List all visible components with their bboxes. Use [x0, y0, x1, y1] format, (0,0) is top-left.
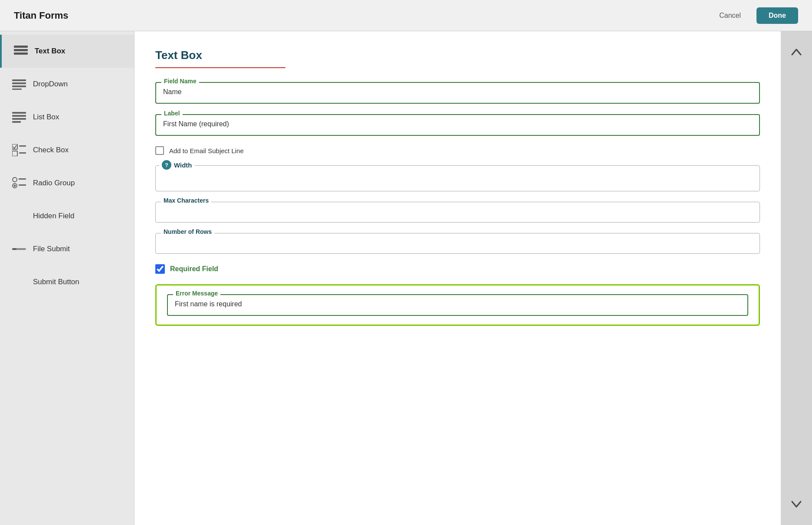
sidebar-label-radio-group: Radio Group [33, 179, 75, 187]
cancel-button[interactable]: Cancel [712, 8, 748, 23]
text-box-icon [14, 44, 28, 58]
max-characters-input[interactable] [163, 206, 753, 217]
required-field-checkbox[interactable] [155, 264, 165, 274]
form-panel: Text Box Field Name Label Add to Email S… [134, 31, 781, 525]
field-name-group: Field Name [155, 82, 760, 104]
app-title: Titan Forms [14, 10, 69, 21]
width-section: ? Width [155, 165, 760, 191]
error-message-label: Error Message [173, 290, 220, 297]
svg-rect-21 [12, 248, 16, 250]
svg-rect-7 [12, 112, 26, 114]
svg-rect-1 [14, 49, 28, 51]
svg-rect-10 [12, 121, 21, 123]
header: Titan Forms Cancel Done [0, 0, 812, 31]
sidebar-item-text-box[interactable]: Text Box [0, 35, 134, 68]
width-input[interactable] [163, 174, 753, 186]
add-to-email-row: Add to Email Subject Line [155, 146, 760, 155]
error-message-group: Error Message [167, 294, 748, 316]
sidebar-label-file-submit: File Submit [33, 245, 70, 253]
hidden-field-icon [12, 209, 26, 223]
sidebar: Text Box DropDown [0, 31, 134, 525]
svg-rect-6 [12, 89, 22, 90]
form-title: Text Box [155, 49, 285, 68]
sidebar-item-radio-group[interactable]: Radio Group [0, 167, 134, 200]
width-question-icon: ? [162, 160, 171, 170]
scroll-down-button[interactable] [786, 494, 807, 515]
width-label-row: ? Width [159, 160, 195, 170]
required-field-row: Required Field [155, 264, 760, 274]
sidebar-item-submit-button[interactable]: Submit Button [0, 266, 134, 299]
check-box-icon [12, 143, 26, 157]
add-to-email-label: Add to Email Subject Line [169, 147, 244, 154]
svg-rect-2 [14, 52, 28, 55]
number-of-rows-input[interactable] [163, 237, 753, 248]
svg-rect-12 [19, 145, 26, 147]
sidebar-label-list-box: List Box [33, 113, 59, 121]
number-of-rows-label: Number of Rows [161, 228, 214, 235]
field-name-label: Field Name [161, 78, 199, 85]
sidebar-label-check-box: Check Box [33, 146, 69, 154]
width-label: Width [174, 161, 192, 169]
sidebar-item-hidden-field[interactable]: Hidden Field [0, 200, 134, 233]
svg-point-18 [14, 185, 16, 187]
svg-rect-14 [19, 152, 26, 154]
error-message-input[interactable] [175, 299, 740, 310]
svg-rect-4 [12, 82, 26, 84]
svg-rect-3 [12, 79, 26, 81]
radio-group-icon [12, 176, 26, 190]
sidebar-item-check-box[interactable]: Check Box [0, 134, 134, 167]
content-area: Text Box Field Name Label Add to Email S… [134, 31, 812, 525]
header-actions: Cancel Done [712, 7, 798, 24]
svg-rect-8 [12, 115, 26, 117]
chevron-down-icon [790, 498, 802, 510]
add-to-email-checkbox[interactable] [155, 146, 164, 155]
sidebar-label-text-box: Text Box [35, 47, 65, 56]
svg-point-15 [13, 177, 17, 182]
field-name-input[interactable] [163, 86, 752, 98]
svg-rect-5 [12, 85, 26, 87]
field-name-section: Field Name [155, 82, 760, 104]
sidebar-item-dropdown[interactable]: DropDown [0, 68, 134, 101]
number-of-rows-group: Number of Rows [155, 233, 760, 254]
main-layout: Text Box DropDown [0, 31, 812, 525]
scroll-arrows [781, 31, 812, 525]
svg-rect-19 [19, 184, 26, 186]
label-label: Label [161, 110, 183, 117]
sidebar-label-dropdown: DropDown [33, 80, 68, 89]
sidebar-label-hidden-field: Hidden Field [33, 212, 74, 220]
svg-rect-13 [12, 151, 17, 156]
svg-rect-0 [14, 46, 28, 48]
dropdown-icon [12, 77, 26, 91]
done-button[interactable]: Done [756, 7, 798, 24]
required-field-label: Required Field [170, 265, 218, 273]
label-input[interactable] [163, 118, 752, 130]
error-message-highlight-box: Error Message [155, 284, 760, 326]
svg-rect-9 [12, 118, 26, 120]
sidebar-item-list-box[interactable]: List Box [0, 101, 134, 134]
list-box-icon [12, 110, 26, 124]
submit-button-icon [12, 275, 26, 289]
sidebar-label-submit-button: Submit Button [33, 278, 79, 286]
scroll-up-button[interactable] [786, 42, 807, 62]
chevron-up-icon [790, 46, 802, 58]
file-submit-icon [12, 242, 26, 256]
label-group: Label [155, 114, 760, 136]
svg-rect-16 [19, 178, 26, 180]
max-characters-group: Max Characters [155, 202, 760, 223]
width-group: ? Width [155, 165, 760, 191]
max-characters-label: Max Characters [161, 197, 211, 204]
sidebar-item-file-submit[interactable]: File Submit [0, 233, 134, 266]
